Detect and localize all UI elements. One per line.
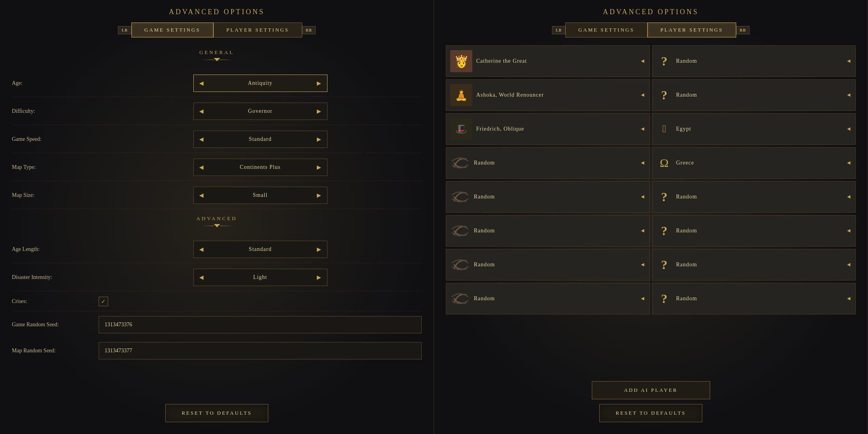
mapsize-label: Map Size: (12, 192, 99, 198)
slot-arrow-5-1: ◄ (640, 194, 645, 200)
player-slot-3-1[interactable]: 🎩 Friedrich, Oblique ◄ (446, 113, 650, 145)
general-divider-ornament (214, 58, 220, 61)
player-slot-8-1[interactable]: Random ◄ (446, 283, 650, 314)
player-slot-5-1[interactable]: Random ◄ (446, 181, 650, 213)
advanced-title: ADVANCED (196, 215, 237, 222)
slot-arrow-6-2: ◄ (846, 228, 851, 234)
civ-icon-egypt: 𓂀 (657, 121, 672, 137)
gamespeed-value-box[interactable]: ◄ Standard ► (193, 131, 327, 148)
mapsize-value-box[interactable]: ◄ Small ► (193, 187, 327, 204)
game-seed-row: Game Random Seed: (12, 312, 422, 337)
avatar-friedrich: 🎩 (450, 118, 472, 140)
player-slot-1-1[interactable]: 👸 Catherine the Great ◄ (446, 45, 650, 77)
player-slot-6-2[interactable]: ? Random ◄ (652, 215, 856, 247)
right-tab-game[interactable]: GAME SETTINGS (565, 22, 647, 37)
agelength-value: Standard (210, 246, 311, 253)
slot-arrow-7-1: ◄ (640, 262, 645, 268)
player-slot-4-1[interactable]: Random ◄ (446, 147, 650, 179)
player-slot-3-2[interactable]: 𓂀 Egypt ◄ (652, 113, 856, 145)
mapsize-arrow-right[interactable]: ► (311, 187, 327, 204)
slot-arrow-6-1: ◄ (640, 228, 645, 234)
player-row-3: 🎩 Friedrich, Oblique ◄ 𓂀 Egypt ◄ (446, 113, 856, 145)
slot-arrow-1-1: ◄ (640, 58, 645, 64)
advanced-divider-ornament (214, 224, 220, 227)
game-seed-label: Game Random Seed: (12, 322, 99, 328)
left-tab-player[interactable]: PLAYER SETTINGS (213, 22, 302, 37)
player-row-5: Random ◄ ? Random ◄ (446, 181, 856, 213)
disaster-arrow-right[interactable]: ► (311, 269, 327, 286)
gamespeed-arrow-right[interactable]: ► (311, 131, 327, 148)
player-name-catherine: Catherine the Great (476, 58, 636, 64)
gamespeed-arrow-left[interactable]: ◄ (194, 131, 210, 148)
gamespeed-control: ◄ Standard ► (99, 131, 422, 148)
players-grid: 👸 Catherine the Great ◄ ? Random ◄ 🧘 Ash… (446, 45, 856, 373)
left-tabs-row: LB GAME SETTINGS PLAYER SETTINGS RB (12, 22, 422, 37)
slot-arrow-4-1: ◄ (640, 160, 645, 166)
difficulty-arrow-left[interactable]: ◄ (194, 103, 210, 120)
player-row-6: Random ◄ ? Random ◄ (446, 215, 856, 247)
difficulty-value-box[interactable]: ◄ Governor ► (193, 103, 327, 120)
player-slot-5-2[interactable]: ? Random ◄ (652, 181, 856, 213)
maptype-value: Continents Plus (210, 164, 311, 170)
agelength-value-box[interactable]: ◄ Standard ► (193, 241, 327, 258)
player-slot-7-2[interactable]: ? Random ◄ (652, 249, 856, 281)
right-tab-player[interactable]: PLAYER SETTINGS (647, 22, 736, 37)
maptype-value-box[interactable]: ◄ Continents Plus ► (193, 159, 327, 176)
player-name-random-8-2: Random (676, 296, 842, 302)
player-name-random-5-1: Random (474, 194, 636, 200)
difficulty-arrow-right[interactable]: ► (311, 103, 327, 120)
mapsize-value: Small (210, 192, 311, 198)
disaster-label: Disaster Intensity: (12, 274, 99, 281)
slot-arrow-1-2: ◄ (846, 58, 851, 64)
age-arrow-left[interactable]: ◄ (194, 75, 210, 92)
left-reset-button[interactable]: RESET TO DEFAULTS (165, 404, 268, 422)
agelength-arrow-right[interactable]: ► (311, 241, 327, 258)
player-name-random-5-2: Random (676, 194, 842, 200)
right-tabs-row: LB GAME SETTINGS PLAYER SETTINGS RB (446, 22, 856, 37)
disaster-arrow-left[interactable]: ◄ (194, 269, 210, 286)
age-value-box[interactable]: ◄ Antiquity ► (193, 75, 327, 92)
slot-arrow-3-2: ◄ (846, 126, 851, 132)
right-badge-rb: RB (736, 26, 750, 34)
civ-icon-question-1: ? (657, 53, 672, 69)
crises-label: Crises: (12, 298, 99, 305)
player-name-random-1: Random (676, 58, 842, 64)
disaster-value: Light (210, 274, 311, 281)
difficulty-label: Difficulty: (12, 108, 99, 114)
game-seed-input[interactable] (99, 316, 422, 333)
advanced-divider (201, 222, 233, 230)
mapsize-arrow-left[interactable]: ◄ (194, 187, 210, 204)
age-arrow-right[interactable]: ► (311, 75, 327, 92)
player-name-ashoka: Ashoka, World Renouncer (476, 92, 636, 98)
slot-arrow-3-1: ◄ (640, 126, 645, 132)
maptype-arrow-right[interactable]: ► (311, 159, 327, 176)
player-slot-8-2[interactable]: ? Random ◄ (652, 283, 856, 314)
left-badge-rb: RB (302, 26, 316, 34)
disaster-value-box[interactable]: ◄ Light ► (193, 269, 327, 286)
age-setting-row: Age: ◄ Antiquity ► (12, 70, 422, 97)
player-slot-6-1[interactable]: Random ◄ (446, 215, 650, 247)
map-seed-input[interactable] (99, 342, 422, 359)
left-tab-game[interactable]: GAME SETTINGS (131, 22, 213, 37)
player-slot-2-2[interactable]: ? Random ◄ (652, 79, 856, 111)
player-slot-2-1[interactable]: 🧘 Ashoka, World Renouncer ◄ (446, 79, 650, 111)
disaster-setting-row: Disaster Intensity: ◄ Light ► (12, 264, 422, 291)
maptype-arrow-left[interactable]: ◄ (194, 159, 210, 176)
random-icon-4-1 (450, 153, 470, 173)
player-name-random-6-1: Random (474, 228, 636, 234)
player-slot-4-2[interactable]: Ω Greece ◄ (652, 147, 856, 179)
player-slot-1-2[interactable]: ? Random ◄ (652, 45, 856, 77)
player-slot-7-1[interactable]: Random ◄ (446, 249, 650, 281)
agelength-control: ◄ Standard ► (99, 241, 422, 258)
advanced-settings-list: Age Length: ◄ Standard ► Disaster Intens… (12, 236, 422, 363)
add-ai-button[interactable]: ADD AI PLAYER (592, 381, 710, 399)
civ-icon-question-6: ? (657, 223, 672, 239)
mapsize-control: ◄ Small ► (99, 187, 422, 204)
player-name-random-7-2: Random (676, 262, 842, 268)
agelength-arrow-left[interactable]: ◄ (194, 241, 210, 258)
disaster-control: ◄ Light ► (99, 269, 422, 286)
crises-checkbox[interactable]: ✓ (99, 297, 108, 306)
map-seed-label: Map Random Seed: (12, 348, 99, 354)
right-reset-button[interactable]: RESET TO DEFAULTS (599, 404, 702, 422)
general-settings-list: Age: ◄ Antiquity ► Difficulty: ◄ Governo… (12, 70, 422, 209)
